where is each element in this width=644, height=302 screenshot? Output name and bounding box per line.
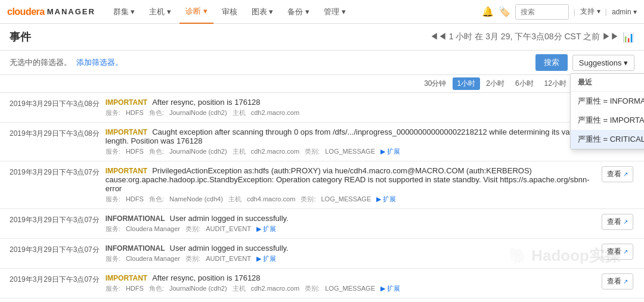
search-filter-area: 搜索 Suggestions ▾ 最近 严重性 = INFORMATIONAL … xyxy=(535,54,634,71)
event-body: IMPORTANTPrivilegedActionException as:hd… xyxy=(106,166,596,204)
event-time: 2019年3月29日下午3点07分 xyxy=(10,214,100,225)
event-row: 2019年3月29日下午3点06分IMPORTANTPrivilegedActi… xyxy=(0,298,644,302)
event-action: 查看 ↗ xyxy=(602,244,634,260)
tag-icon[interactable]: 🏷️ xyxy=(499,6,510,17)
nav-management[interactable]: 管理 ▾ xyxy=(318,0,352,24)
topnav-sep2: | xyxy=(605,7,607,16)
dropdown-item-important[interactable]: 严重性 = IMPORTANT xyxy=(571,111,644,130)
bell-icon[interactable]: 🔔 xyxy=(482,6,494,17)
expand-link[interactable]: ▶ 扩展 xyxy=(380,285,400,292)
logo-cloudera: cloudera xyxy=(7,7,45,17)
topnav-sep1: | xyxy=(574,7,575,16)
event-row: 2019年3月29日下午3点07分IMPORTANTAfter resync, … xyxy=(0,269,644,298)
global-search-input[interactable] xyxy=(515,4,569,20)
meta-value: HDFS xyxy=(126,109,145,116)
meta-value: cdh2.macro.com xyxy=(251,109,299,116)
meta-label: 类别: xyxy=(305,148,321,155)
meta-label: 主机 xyxy=(233,109,247,116)
meta-value: Cloudera Manager xyxy=(126,225,182,232)
event-action: 查看 ↗ xyxy=(602,214,634,230)
dropdown-item-critical[interactable]: 严重性 = CRITICAL xyxy=(571,130,644,149)
external-link-icon: ↗ xyxy=(623,248,628,255)
meta-value: HDFS xyxy=(126,195,145,203)
meta-label: 类别: xyxy=(301,195,317,203)
view-button[interactable]: 查看 ↗ xyxy=(602,273,633,289)
meta-label: 服务: xyxy=(106,225,122,232)
suggestions-button[interactable]: Suggestions ▾ xyxy=(572,55,634,71)
meta-value: LOG_MESSAGE xyxy=(325,148,377,155)
nav-audit[interactable]: 审核 xyxy=(216,0,243,24)
nav-host[interactable]: 主机 ▾ xyxy=(143,0,177,24)
add-filter-link[interactable]: 添加筛选器。 xyxy=(76,57,123,68)
expand-link[interactable]: ▶ 扩展 xyxy=(380,148,400,155)
event-meta: 服务: HDFS 角色: JournalNode (cdh2) 主机 cdh2.… xyxy=(106,108,596,117)
event-action: 查看 ↗ xyxy=(602,273,634,289)
nav-charts[interactable]: 图表 ▾ xyxy=(246,0,280,24)
event-meta: 服务: HDFS 角色: JournalNode (cdh2) 主机 cdh2.… xyxy=(106,147,596,156)
event-title: User admin logged in successfully. xyxy=(170,244,289,253)
meta-value: AUDIT_EVENT xyxy=(206,255,253,262)
view-button[interactable]: 查看 ↗ xyxy=(602,166,633,182)
view-button[interactable]: 查看 ↗ xyxy=(602,214,633,230)
view-button[interactable]: 查看 ↗ xyxy=(602,244,633,260)
meta-value: LOG_MESSAGE xyxy=(321,195,373,203)
event-body: IMPORTANTAfter resync, position is 17612… xyxy=(106,273,596,293)
event-time: 2019年3月29日下午3点07分 xyxy=(10,273,100,285)
nav-backup[interactable]: 备份 ▾ xyxy=(281,0,315,24)
event-time: 2019年3月29日下午3点08分 xyxy=(10,98,100,109)
time-pill-1hr[interactable]: 1小时 xyxy=(453,77,481,90)
event-title: After resync, position is 176128 xyxy=(152,98,260,107)
event-severity-badge: IMPORTANT xyxy=(106,274,147,282)
time-range-bar: 30分钟 1小时 2小时 6小时 12小时 1天 7d 30d xyxy=(0,75,644,93)
event-meta: 服务: Cloudera Manager 类别: AUDIT_EVENT ▶ 扩… xyxy=(106,225,596,233)
page-header: 事件 ◀◀ 1 小时 在 3月 29, 下午3点08分 CST 之前 ▶▶ 📊 xyxy=(0,24,644,51)
logo: cloudera MANAGER xyxy=(7,7,95,17)
event-body: IMPORTANTCaught exception after scanning… xyxy=(106,127,596,156)
meta-value: HDFS xyxy=(126,285,145,292)
time-pill-6hr[interactable]: 6小时 xyxy=(510,77,538,90)
admin-menu[interactable]: admin ▾ xyxy=(612,8,637,16)
meta-label: 主机 xyxy=(228,195,243,203)
top-navigation: cloudera MANAGER 群集 ▾ 主机 ▾ 诊断 ▾ 审核 图表 ▾ … xyxy=(0,0,644,24)
nav-diagnosis[interactable]: 诊断 ▾ xyxy=(179,0,213,24)
time-chart-icon[interactable]: 📊 xyxy=(623,32,634,43)
filter-bar: 无选中的筛选器。 添加筛选器。 xyxy=(10,57,123,68)
event-body: IMPORTANTAfter resync, position is 17612… xyxy=(106,98,596,117)
meta-value: HDFS xyxy=(126,148,145,155)
meta-value: cdh2.macro.com xyxy=(251,285,301,292)
search-button[interactable]: 搜索 xyxy=(535,54,568,71)
meta-value: LOG_MESSAGE xyxy=(325,285,377,292)
dropdown-item-informational[interactable]: 严重性 = INFORMATIONAL xyxy=(571,92,644,111)
event-title: User admin logged in successfully. xyxy=(170,214,289,223)
meta-label: 服务: xyxy=(106,109,122,116)
meta-label: 角色: xyxy=(149,109,166,116)
meta-value: JournalNode (cdh2) xyxy=(169,148,229,155)
time-pill-12hr[interactable]: 12小时 xyxy=(540,77,571,90)
event-body: INFORMATIONALUser admin logged in succes… xyxy=(106,244,596,263)
support-menu[interactable]: 支持 ▾ xyxy=(580,7,600,17)
time-pill-30min[interactable]: 30分钟 xyxy=(419,77,451,90)
event-severity-badge: IMPORTANT xyxy=(106,98,147,107)
expand-link[interactable]: ▶ 扩展 xyxy=(256,225,276,232)
meta-label: 类别: xyxy=(185,255,202,262)
topnav-right: 🔔 🏷️ | 支持 ▾ | admin ▾ xyxy=(482,4,637,20)
meta-label: 服务: xyxy=(106,195,122,203)
event-severity-badge: IMPORTANT xyxy=(106,167,147,175)
event-title: Caught exception after scanning through … xyxy=(106,127,578,145)
nav-cluster[interactable]: 群集 ▾ xyxy=(107,0,141,24)
suggestions-dropdown: 最近 严重性 = INFORMATIONAL 严重性 = IMPORTANT 严… xyxy=(570,73,644,150)
event-severity-badge: IMPORTANT xyxy=(106,128,147,136)
meta-label: 角色: xyxy=(149,195,166,203)
time-pill-2hr[interactable]: 2小时 xyxy=(481,77,509,90)
event-row: 2019年3月29日下午3点07分IMPORTANTPrivilegedActi… xyxy=(0,161,644,209)
events-list: 2019年3月29日下午3点08分IMPORTANTAfter resync, … xyxy=(0,93,644,302)
time-nav-text[interactable]: ◀◀ 1 小时 在 3月 29, 下午3点08分 CST 之前 ▶▶ xyxy=(430,32,619,42)
meta-label: 角色: xyxy=(149,285,166,292)
event-row: 2019年3月29日下午3点08分IMPORTANTCaught excepti… xyxy=(0,123,644,161)
meta-label: 类别: xyxy=(305,285,321,292)
external-link-icon: ↗ xyxy=(623,219,628,225)
no-filter-text: 无选中的筛选器。 xyxy=(10,57,72,68)
external-link-icon: ↗ xyxy=(623,278,628,285)
expand-link[interactable]: ▶ 扩展 xyxy=(376,195,396,203)
expand-link[interactable]: ▶ 扩展 xyxy=(256,255,276,262)
